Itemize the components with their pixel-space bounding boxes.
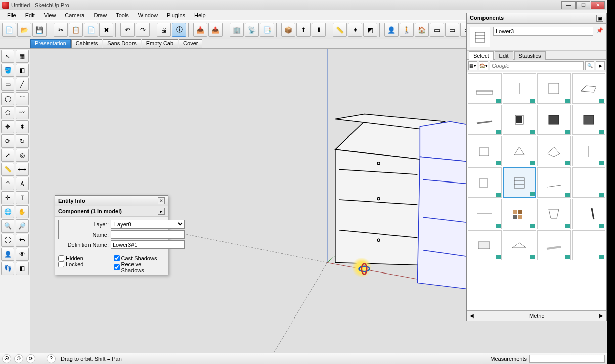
component-item[interactable] [572, 230, 606, 260]
zoom-tool-icon[interactable]: 🔍 [1, 219, 14, 233]
component-item-selected[interactable] [503, 167, 537, 198]
share-icon[interactable]: 📡 [245, 23, 259, 37]
component-collection-label[interactable]: Metric [529, 313, 544, 319]
component-item[interactable] [468, 199, 502, 229]
hidden-checkbox[interactable]: Hidden [58, 255, 110, 261]
style2-icon[interactable]: ▭ [445, 23, 459, 37]
component-item[interactable] [537, 105, 571, 135]
in-model-icon[interactable]: 🏠▾ [479, 61, 488, 70]
menu-help[interactable]: Help [190, 11, 210, 19]
upload-icon[interactable]: ⬆ [296, 23, 311, 37]
nav-forward-icon[interactable]: ▶ [596, 61, 605, 70]
undo-icon[interactable]: ↶ [120, 23, 135, 37]
nav-fwd-icon[interactable]: ▶ [597, 313, 605, 318]
followme-tool-icon[interactable]: ↻ [16, 134, 29, 148]
pan-tool-icon[interactable]: ✋ [16, 205, 29, 218]
protractor-tool-icon[interactable]: ◠ [1, 177, 14, 190]
component-item[interactable] [572, 136, 606, 166]
paste-icon[interactable]: 📄 [84, 23, 98, 37]
position-cam-icon[interactable]: 👤 [1, 248, 14, 261]
components-titlebar[interactable]: Components ▣ [467, 13, 606, 24]
select-tool-icon[interactable]: ↖ [1, 50, 14, 63]
component-item[interactable] [468, 230, 502, 260]
walk-icon[interactable]: 🚶 [400, 23, 414, 37]
copy-icon[interactable]: 📋 [69, 23, 83, 37]
component-item[interactable] [537, 230, 571, 260]
scene-tab-cabinets[interactable]: Cabinets [71, 39, 102, 48]
geo-status-icon[interactable]: ⦿ [2, 354, 11, 363]
axes-icon[interactable]: ✦ [348, 23, 362, 37]
component-pin-icon[interactable]: 📌 [596, 27, 603, 34]
menu-edit[interactable]: Edit [21, 11, 39, 19]
component-item[interactable] [572, 167, 606, 198]
arc-tool-icon[interactable]: ⌒ [16, 92, 29, 105]
cut-icon[interactable]: ✂ [54, 23, 68, 37]
component-item[interactable] [537, 73, 571, 104]
save-icon[interactable]: 💾 [32, 23, 47, 37]
import-icon[interactable]: 📥 [193, 23, 207, 37]
previous-view-icon[interactable]: ⮪ [16, 234, 29, 247]
component-item[interactable] [468, 167, 502, 198]
close-button[interactable]: ✕ [591, 1, 605, 9]
menu-plugins[interactable]: Plugins [163, 11, 189, 19]
warehouse-icon[interactable]: 🏢 [230, 23, 244, 37]
components-panel[interactable]: Components ▣ Lower3 📌 Select Edit Statis… [466, 13, 607, 321]
open-file-icon[interactable]: 📂 [17, 23, 31, 37]
circle-tool-icon[interactable]: ◯ [1, 92, 14, 105]
minimize-button[interactable]: — [561, 1, 576, 9]
export-icon[interactable]: 📤 [208, 23, 223, 37]
entity-info-panel[interactable]: Entity Info ✕ Component (1 in model) ▸ L… [55, 195, 168, 275]
position-camera-icon[interactable]: 👤 [384, 23, 399, 37]
component-item[interactable] [503, 199, 537, 229]
download-icon[interactable]: ⬇ [312, 23, 326, 37]
layers-icon[interactable]: 📑 [260, 23, 274, 37]
text-tool-icon[interactable]: Ａ [16, 177, 29, 190]
component-item[interactable] [537, 199, 571, 229]
menu-view[interactable]: View [40, 11, 60, 19]
scene-tab-presentation[interactable]: Presentation [30, 39, 71, 48]
component-tab-statistics[interactable]: Statistics [514, 51, 546, 60]
polygon-tool-icon[interactable]: ⬠ [1, 106, 14, 119]
sync-status-icon[interactable]: ⟳ [26, 354, 35, 363]
name-input[interactable] [111, 230, 185, 239]
measurements-input[interactable] [529, 355, 605, 363]
menu-camera[interactable]: Camera [61, 11, 89, 19]
pushpull-tool-icon[interactable]: ⬍ [16, 120, 29, 133]
component-item[interactable] [537, 136, 571, 166]
make-group-icon[interactable]: ▦ [16, 50, 29, 63]
component-name-field[interactable]: Lower3 [493, 27, 593, 36]
menu-draw[interactable]: Draw [90, 11, 111, 19]
menu-file[interactable]: File [3, 11, 20, 19]
rotate-tool-icon[interactable]: ⟳ [1, 134, 14, 148]
walk-tool-icon[interactable]: 👣 [1, 262, 14, 275]
move-tool-icon[interactable]: ✥ [1, 120, 14, 133]
component-tab-select[interactable]: Select [469, 51, 494, 60]
axes-tool-icon[interactable]: ✛ [1, 191, 14, 204]
print-icon[interactable]: 🖨 [157, 23, 171, 37]
make-component-icon[interactable]: 📦 [281, 23, 295, 37]
search-icon[interactable]: 🔍 [585, 61, 594, 70]
scene-tab-sansdoors[interactable]: Sans Doors [103, 39, 141, 48]
component-item[interactable] [468, 105, 502, 135]
measure-icon[interactable]: 📏 [333, 23, 347, 37]
section-icon[interactable]: ◩ [363, 23, 377, 37]
entity-info-expand-icon[interactable]: ▸ [158, 208, 165, 215]
entity-info-titlebar[interactable]: Entity Info ✕ [55, 196, 168, 206]
component-item[interactable] [468, 136, 502, 166]
offset-tool-icon[interactable]: ◎ [16, 149, 29, 162]
component-search-input[interactable] [490, 61, 584, 70]
view-mode-icon[interactable]: ▦▾ [468, 61, 477, 70]
layer-select[interactable]: Layer0 [111, 220, 185, 229]
component-item[interactable] [503, 136, 537, 166]
component-item[interactable] [503, 230, 537, 260]
zoomextents-tool-icon[interactable]: ⛶ [1, 234, 14, 247]
rectangle-tool-icon[interactable]: ▭ [1, 78, 14, 91]
style1-icon[interactable]: ▭ [430, 23, 444, 37]
new-file-icon[interactable]: 📄 [2, 23, 16, 37]
component-grid[interactable] [467, 72, 606, 310]
components-menu-icon[interactable]: ▣ [596, 15, 603, 22]
tape-tool-icon[interactable]: 📏 [1, 163, 14, 176]
component-tab-edit[interactable]: Edit [495, 51, 513, 60]
model-info-icon[interactable]: ⓘ [172, 23, 186, 37]
component-item[interactable] [537, 167, 571, 198]
